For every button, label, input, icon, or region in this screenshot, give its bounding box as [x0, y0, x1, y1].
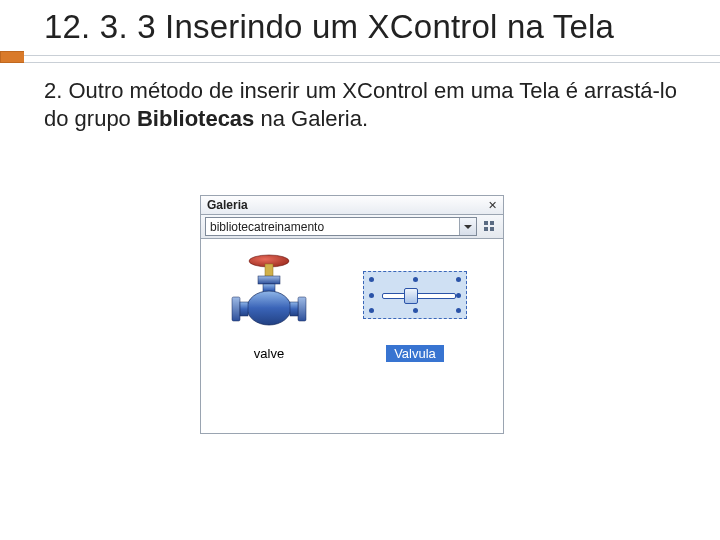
library-dropdown[interactable]: bibliotecatreinamento: [205, 217, 477, 236]
panel-toolbar: bibliotecatreinamento: [200, 215, 504, 239]
svg-rect-1: [490, 221, 494, 225]
svg-rect-9: [232, 297, 240, 321]
chevron-down-icon[interactable]: [459, 218, 476, 235]
gallery-item[interactable]: Valvula: [355, 249, 475, 423]
panel-title: Galeria: [207, 198, 485, 212]
heading-underline: [0, 49, 720, 63]
gallery-panel: Galeria ✕ bibliotecatreinamento: [200, 195, 504, 434]
item-label: valve: [246, 345, 292, 362]
gallery-item[interactable]: valve: [209, 249, 329, 423]
grid-icon: [483, 220, 496, 233]
svg-point-8: [247, 291, 291, 325]
panel-titlebar: Galeria ✕: [200, 195, 504, 215]
item-thumbnail: [360, 249, 470, 341]
svg-rect-0: [484, 221, 488, 225]
slider-gauge-icon: [363, 271, 467, 319]
svg-rect-11: [298, 297, 306, 321]
svg-rect-6: [258, 276, 280, 284]
toolbar-button[interactable]: [480, 217, 499, 236]
panel-body: valve: [200, 239, 504, 434]
item-thumbnail: [214, 249, 324, 341]
accent-block: [0, 51, 24, 63]
item-label: Valvula: [386, 345, 444, 362]
svg-rect-10: [240, 302, 248, 316]
body-text-suffix: na Galeria.: [254, 106, 368, 131]
valve-icon: [228, 252, 310, 338]
svg-rect-2: [484, 227, 488, 231]
dropdown-value: bibliotecatreinamento: [210, 220, 324, 234]
svg-rect-12: [290, 302, 298, 316]
body-paragraph: 2. Outro método de inserir um XControl e…: [0, 63, 720, 133]
svg-rect-3: [490, 227, 494, 231]
close-icon[interactable]: ✕: [485, 198, 499, 212]
underline: [24, 55, 720, 63]
section-heading: 12. 3. 3 Inserindo um XControl na Tela: [0, 0, 720, 47]
body-text-bold: Bibliotecas: [137, 106, 254, 131]
